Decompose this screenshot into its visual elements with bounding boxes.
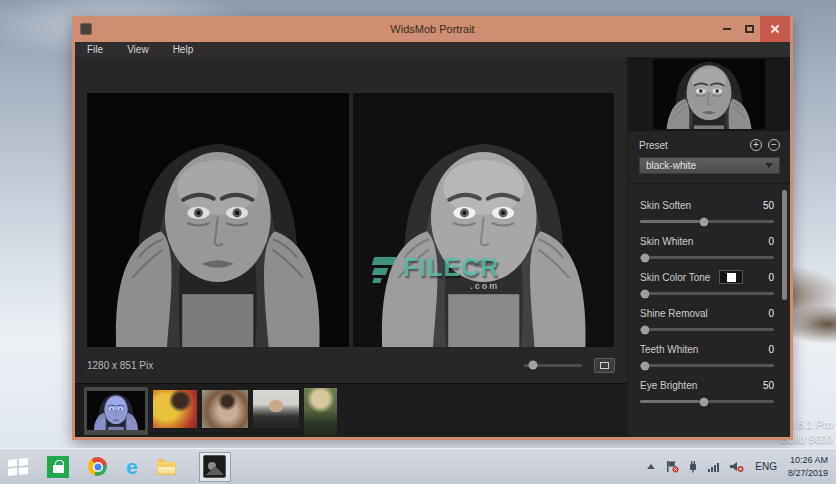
language-indicator[interactable]: ENG: [755, 461, 777, 472]
menu-view[interactable]: View: [127, 44, 149, 55]
widsmob-taskbar-button[interactable]: [199, 452, 231, 482]
desktop: s 8.1 Pro Build 9600 WidsMob Portrait Fi…: [0, 0, 836, 484]
skin-soften-slider[interactable]: [640, 220, 774, 223]
filecr-watermark: FILECR .com: [373, 255, 499, 291]
skin-soften-value: 50: [763, 200, 774, 211]
skin-color-tone-value: 0: [768, 272, 774, 283]
canvas-column: FILECR .com 1280 x 851 Pix: [75, 57, 627, 437]
filmstrip-thumbnail-2[interactable]: [153, 390, 197, 428]
fit-screen-button[interactable]: [594, 358, 615, 373]
skin-whiten-label: Skin Whiten: [640, 236, 693, 247]
slider-thumb[interactable]: [641, 325, 650, 334]
skin-whiten-slider[interactable]: [640, 256, 774, 259]
slider-row-shine-removal: Shine Removal 0: [640, 305, 774, 331]
filecr-logo-icon: [373, 255, 397, 285]
widsmob-app-icon: [203, 455, 226, 478]
eye-brighten-label: Eye Brighten: [640, 380, 697, 391]
minimize-icon: [723, 28, 731, 30]
shine-removal-slider[interactable]: [640, 328, 774, 331]
filmstrip-thumbnail-3[interactable]: [202, 390, 248, 428]
after-image: [353, 93, 615, 347]
color-tone-swatch: [727, 273, 736, 282]
menubar: File View Help: [75, 42, 790, 57]
eye-brighten-slider[interactable]: [640, 400, 774, 403]
sidebar-scrollbar[interactable]: [782, 190, 787, 300]
action-center-flag-icon[interactable]: [665, 460, 679, 473]
filecr-brand-text: FILECR: [403, 255, 499, 280]
image-dimensions: 1280 x 851 Pix: [87, 360, 153, 371]
skin-soften-label: Skin Soften: [640, 200, 691, 211]
slider-thumb[interactable]: [641, 253, 650, 262]
filmstrip-thumbnail-4[interactable]: [253, 390, 299, 428]
minimize-button[interactable]: [716, 16, 738, 42]
remove-preset-icon[interactable]: −: [768, 139, 780, 151]
zoom-slider-thumb[interactable]: [528, 361, 537, 370]
taskbar: e: [0, 448, 836, 484]
tray-expand-icon[interactable]: [647, 464, 655, 469]
slider-thumb[interactable]: [700, 397, 709, 406]
skin-whiten-value: 0: [768, 236, 774, 247]
chevron-down-icon: [765, 163, 773, 168]
close-button[interactable]: [760, 16, 790, 42]
zoom-slider[interactable]: [524, 364, 582, 367]
filmstrip-thumbnail-5[interactable]: [304, 388, 337, 437]
menu-file[interactable]: File: [87, 44, 103, 55]
adjustments-sidebar: Preset + − black-white Skin Soften: [627, 57, 790, 437]
canvas-area: FILECR .com: [75, 57, 627, 347]
volume-muted-icon[interactable]: [729, 460, 744, 473]
slider-thumb[interactable]: [641, 289, 650, 298]
sliders-panel: Skin Soften 50 Skin Whiten 0: [628, 184, 790, 437]
window-title: WidsMob Portrait: [75, 23, 790, 35]
slider-thumb[interactable]: [700, 217, 709, 226]
filmstrip: [75, 383, 627, 437]
preset-dropdown-value: black-white: [646, 160, 696, 171]
maximize-button[interactable]: [738, 16, 760, 42]
menu-help[interactable]: Help: [173, 44, 194, 55]
fit-screen-icon: [600, 362, 609, 369]
teeth-whiten-value: 0: [768, 344, 774, 355]
teeth-whiten-slider[interactable]: [640, 364, 774, 367]
file-explorer-icon[interactable]: [157, 462, 176, 475]
preview-box: [628, 57, 790, 131]
before-image: [87, 93, 349, 347]
preset-dropdown[interactable]: black-white: [639, 157, 780, 174]
filmstrip-thumbnail-1[interactable]: [87, 391, 145, 430]
tray-time: 10:26 AM: [788, 454, 828, 466]
system-clock[interactable]: 10:26 AM 8/27/2019: [788, 454, 828, 478]
slider-row-skin-soften: Skin Soften 50: [640, 197, 774, 223]
slider-row-teeth-whiten: Teeth Whiten 0: [640, 341, 774, 367]
titlebar: WidsMob Portrait: [75, 16, 790, 42]
chrome-icon[interactable]: [88, 457, 107, 476]
slider-row-eye-brighten: Eye Brighten 50: [640, 377, 774, 403]
power-plug-icon[interactable]: [687, 460, 699, 473]
internet-explorer-icon[interactable]: e: [126, 457, 138, 477]
status-bar: 1280 x 851 Pix: [75, 347, 627, 383]
eye-brighten-value: 50: [763, 380, 774, 391]
shine-removal-value: 0: [768, 308, 774, 319]
maximize-icon: [745, 25, 754, 33]
preview-thumbnail: [653, 59, 765, 129]
slider-row-skin-color-tone: Skin Color Tone 0: [640, 269, 774, 295]
slider-thumb[interactable]: [641, 361, 650, 370]
skin-color-tone-slider[interactable]: [640, 292, 774, 295]
network-signal-icon[interactable]: [707, 460, 721, 473]
tray-date: 8/27/2019: [788, 467, 828, 479]
selected-thumbnail-frame: [84, 387, 148, 435]
app-window: WidsMob Portrait File View Help: [72, 16, 793, 440]
color-tone-swatch-button[interactable]: [719, 270, 743, 284]
slider-row-skin-whiten: Skin Whiten 0: [640, 233, 774, 259]
windows-store-icon[interactable]: [47, 456, 69, 478]
shine-removal-label: Shine Removal: [640, 308, 708, 319]
preset-label: Preset: [639, 140, 668, 151]
skin-color-tone-label: Skin Color Tone: [640, 272, 710, 283]
add-preset-icon[interactable]: +: [750, 139, 762, 151]
filecr-tld-text: .com: [403, 281, 499, 291]
start-button[interactable]: [8, 457, 28, 475]
teeth-whiten-label: Teeth Whiten: [640, 344, 698, 355]
